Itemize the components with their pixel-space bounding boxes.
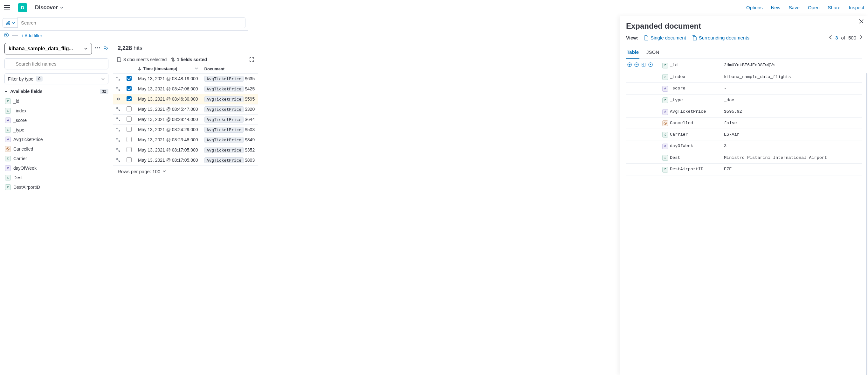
row-checkbox[interactable]	[127, 127, 132, 132]
field-item[interactable]: t_type	[4, 125, 108, 135]
link-save[interactable]: Save	[789, 5, 800, 10]
row-timestamp: May 13, 2021 @ 08:17:05.000	[135, 145, 201, 155]
app-title-text: Discover	[35, 4, 58, 11]
rows-per-page[interactable]: Rows per page: 100	[113, 166, 258, 177]
filter-out-icon[interactable]	[634, 62, 639, 68]
text-type-icon: t	[662, 132, 668, 138]
sorted-fields[interactable]: 1 fields sorted	[171, 57, 207, 62]
pager-next[interactable]	[860, 35, 862, 40]
link-new[interactable]: New	[771, 5, 781, 10]
row-timestamp: May 13, 2021 @ 08:24:29.000	[135, 124, 201, 135]
table-row[interactable]: May 13, 2021 @ 08:17:05.000AvgTicketPric…	[113, 155, 258, 165]
field-stats-icon[interactable]	[95, 46, 100, 51]
field-item[interactable]: tDestAirportID	[4, 182, 108, 192]
close-icon[interactable]	[859, 19, 864, 25]
arrow-down-icon[interactable]	[138, 67, 141, 71]
table-row[interactable]: May 13, 2021 @ 08:28:44.000AvgTicketPric…	[113, 114, 258, 124]
field-item[interactable]: Cancelled	[4, 144, 108, 154]
col-doc[interactable]: Document	[201, 64, 258, 74]
field-pill: AvgTicketPrice	[205, 137, 244, 143]
expand-row-icon[interactable]	[113, 114, 123, 124]
expand-row-icon[interactable]	[113, 155, 123, 165]
text-type-icon: t	[662, 74, 668, 80]
row-price: $644	[244, 117, 255, 122]
doc-field-row: t_id2HmUYnkBE6JEoD8IwQVs	[626, 60, 862, 71]
index-pattern-button[interactable]: kibana_sample_data_flig...	[4, 43, 92, 54]
table-row[interactable]: May 13, 2021 @ 08:17:05.000AvgTicketPric…	[113, 145, 258, 155]
link-share[interactable]: Share	[828, 5, 841, 10]
add-filter-button[interactable]: + Add filter	[21, 33, 42, 38]
pager-prev[interactable]	[829, 35, 832, 40]
table-row[interactable]: May 13, 2021 @ 08:24:29.000AvgTicketPric…	[113, 124, 258, 135]
scrollbar[interactable]	[866, 73, 867, 197]
row-checkbox[interactable]	[127, 116, 132, 122]
link-options[interactable]: Options	[746, 5, 763, 10]
collapse-sidebar-icon[interactable]	[103, 46, 108, 52]
single-document-link[interactable]: Single document	[644, 35, 686, 40]
row-checkbox[interactable]	[127, 96, 132, 101]
expand-row-icon[interactable]	[113, 124, 123, 135]
chevron-down-icon[interactable]	[195, 67, 198, 70]
link-inspect[interactable]: Inspect	[849, 5, 864, 10]
table-row[interactable]: May 13, 2021 @ 08:23:48.000AvgTicketPric…	[113, 135, 258, 145]
expand-row-icon[interactable]	[113, 84, 123, 94]
doc-field-value: ES-Air	[724, 132, 861, 137]
field-pill: AvgTicketPrice	[205, 157, 244, 163]
field-item[interactable]: #_score	[4, 116, 108, 125]
view-row: View: Single document Surrounding docume…	[626, 35, 862, 40]
row-checkbox[interactable]	[127, 137, 132, 142]
filter-by-type-button[interactable]: Filter by type 0	[4, 73, 108, 84]
app-badge[interactable]: D	[18, 3, 27, 12]
table-row[interactable]: May 13, 2021 @ 08:45:47.000AvgTicketPric…	[113, 104, 258, 114]
table-row[interactable]: May 13, 2021 @ 08:46:30.000AvgTicketPric…	[113, 94, 258, 104]
doc-field-value: $595.92	[724, 109, 861, 114]
field-search-input[interactable]	[4, 58, 108, 69]
row-timestamp: May 13, 2021 @ 08:28:44.000	[135, 114, 201, 124]
row-checkbox[interactable]	[127, 157, 132, 162]
row-timestamp: May 13, 2021 @ 08:46:30.000	[135, 94, 201, 104]
col-time[interactable]: Time (timestamp)	[143, 66, 177, 71]
field-name: _index	[13, 108, 26, 113]
tab-table[interactable]: Table	[626, 47, 640, 59]
row-checkbox[interactable]	[127, 147, 132, 152]
table-row[interactable]: May 13, 2021 @ 08:48:19.000AvgTicketPric…	[113, 74, 258, 84]
saved-query-button[interactable]	[3, 18, 18, 28]
field-item[interactable]: tDest	[4, 173, 108, 182]
toggle-column-icon[interactable]	[641, 62, 646, 68]
tab-json[interactable]: JSON	[646, 47, 660, 59]
field-item[interactable]: t_id	[4, 96, 108, 106]
field-item[interactable]: t_index	[4, 106, 108, 116]
view-label: View:	[626, 35, 639, 40]
field-name: _id	[13, 99, 20, 104]
filter-icon[interactable]	[4, 32, 9, 38]
selected-docs[interactable]: 3 documents selected	[117, 57, 166, 62]
menu-icon[interactable]	[4, 5, 10, 10]
doc-table: Time (timestamp) Document May 13, 2021 @…	[113, 64, 258, 166]
flyout-title: Expanded document	[626, 22, 862, 31]
table-row[interactable]: May 13, 2021 @ 08:47:06.000AvgTicketPric…	[113, 84, 258, 94]
field-item[interactable]: #AvgTicketPrice	[4, 135, 108, 144]
row-checkbox[interactable]	[127, 76, 132, 81]
filter-for-icon[interactable]	[627, 62, 632, 68]
expand-row-icon[interactable]	[113, 145, 123, 155]
search-input[interactable]	[18, 17, 245, 28]
expand-row-icon[interactable]	[113, 74, 123, 84]
link-open[interactable]: Open	[808, 5, 820, 10]
expand-row-icon[interactable]	[113, 135, 123, 145]
available-fields-header[interactable]: Available fields 32	[4, 89, 108, 94]
app-title[interactable]: Discover	[35, 4, 64, 11]
top-links: Options New Save Open Share Inspect	[746, 5, 864, 10]
row-document: AvgTicketPrice $849	[201, 135, 258, 145]
row-document: AvgTicketPrice $503	[201, 124, 258, 135]
row-checkbox[interactable]	[127, 106, 132, 111]
row-checkbox[interactable]	[127, 86, 132, 91]
surrounding-documents-link[interactable]: Surrounding documents	[692, 35, 749, 40]
row-document: AvgTicketPrice $352	[201, 145, 258, 155]
field-item[interactable]: tCarrier	[4, 154, 108, 163]
field-item[interactable]: #dayOfWeek	[4, 163, 108, 173]
collapse-row-icon[interactable]	[113, 94, 123, 104]
doc-field-name: Carrier	[670, 132, 724, 137]
expand-row-icon[interactable]	[113, 104, 123, 114]
exists-filter-icon[interactable]	[648, 62, 653, 68]
fullscreen-icon[interactable]	[250, 57, 254, 62]
